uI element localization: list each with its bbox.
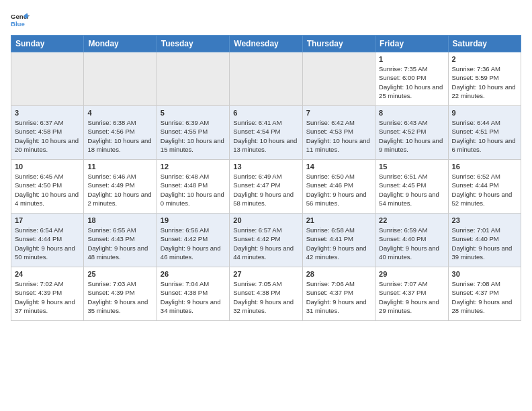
day-info: Sunrise: 6:54 AMSunset: 4:44 PMDaylight:…: [15, 226, 80, 261]
day-cell: 5Sunrise: 6:39 AMSunset: 4:55 PMDaylight…: [157, 106, 229, 160]
day-number: 30: [452, 270, 517, 278]
day-cell: 18Sunrise: 6:55 AMSunset: 4:43 PMDayligh…: [84, 214, 157, 267]
day-cell: 4Sunrise: 6:38 AMSunset: 4:56 PMDaylight…: [84, 106, 157, 160]
week-row-3: 10Sunrise: 6:45 AMSunset: 4:50 PMDayligh…: [11, 160, 521, 214]
day-number: 26: [161, 270, 226, 278]
weekday-header-thursday: Thursday: [302, 36, 375, 52]
day-number: 1: [379, 55, 444, 63]
weekday-header-tuesday: Tuesday: [157, 36, 229, 52]
day-number: 4: [87, 109, 152, 117]
day-cell: 24Sunrise: 7:02 AMSunset: 4:39 PMDayligh…: [11, 267, 84, 321]
day-cell: 3Sunrise: 6:37 AMSunset: 4:58 PMDaylight…: [11, 106, 84, 160]
day-info: Sunrise: 6:59 AMSunset: 4:40 PMDaylight:…: [379, 226, 444, 261]
day-cell: 27Sunrise: 7:05 AMSunset: 4:38 PMDayligh…: [230, 267, 302, 321]
day-info: Sunrise: 6:42 AMSunset: 4:53 PMDaylight:…: [306, 118, 371, 154]
day-cell: 9Sunrise: 6:44 AMSunset: 4:51 PMDaylight…: [448, 106, 521, 160]
day-info: Sunrise: 6:39 AMSunset: 4:55 PMDaylight:…: [161, 118, 226, 154]
day-cell: 25Sunrise: 7:03 AMSunset: 4:39 PMDayligh…: [84, 267, 157, 321]
day-number: 15: [379, 163, 444, 171]
day-cell: 6Sunrise: 6:41 AMSunset: 4:54 PMDaylight…: [230, 106, 302, 160]
day-cell: 17Sunrise: 6:54 AMSunset: 4:44 PMDayligh…: [11, 214, 84, 267]
day-info: Sunrise: 6:48 AMSunset: 4:48 PMDaylight:…: [161, 172, 226, 208]
day-number: 2: [452, 55, 517, 63]
day-cell: 22Sunrise: 6:59 AMSunset: 4:40 PMDayligh…: [375, 214, 448, 267]
week-row-4: 17Sunrise: 6:54 AMSunset: 4:44 PMDayligh…: [11, 214, 521, 267]
day-number: 18: [87, 216, 152, 224]
day-info: Sunrise: 6:50 AMSunset: 4:46 PMDaylight:…: [306, 172, 371, 208]
day-info: Sunrise: 7:35 AMSunset: 6:00 PMDaylight:…: [379, 64, 444, 100]
day-number: 23: [452, 216, 517, 224]
day-info: Sunrise: 7:03 AMSunset: 4:39 PMDaylight:…: [87, 279, 152, 315]
day-info: Sunrise: 6:44 AMSunset: 4:51 PMDaylight:…: [452, 118, 517, 154]
day-info: Sunrise: 6:41 AMSunset: 4:54 PMDaylight:…: [233, 118, 298, 154]
day-number: 27: [233, 270, 298, 278]
day-info: Sunrise: 6:43 AMSunset: 4:52 PMDaylight:…: [379, 118, 444, 154]
logo: General Blue: [11, 11, 30, 30]
day-info: Sunrise: 7:06 AMSunset: 4:37 PMDaylight:…: [306, 279, 371, 315]
day-cell: 23Sunrise: 7:01 AMSunset: 4:40 PMDayligh…: [448, 214, 521, 267]
day-number: 5: [161, 109, 226, 117]
day-number: 24: [15, 270, 80, 278]
day-info: Sunrise: 6:38 AMSunset: 4:56 PMDaylight:…: [87, 118, 152, 154]
week-row-2: 3Sunrise: 6:37 AMSunset: 4:58 PMDaylight…: [11, 106, 521, 160]
day-cell: 16Sunrise: 6:52 AMSunset: 4:44 PMDayligh…: [448, 160, 521, 214]
page-header: General Blue: [11, 11, 521, 30]
day-number: 29: [379, 270, 444, 278]
day-info: Sunrise: 7:07 AMSunset: 4:37 PMDaylight:…: [379, 279, 444, 315]
day-cell: 1Sunrise: 7:35 AMSunset: 6:00 PMDaylight…: [375, 52, 448, 106]
day-info: Sunrise: 6:57 AMSunset: 4:42 PMDaylight:…: [233, 226, 298, 261]
day-cell: 21Sunrise: 6:58 AMSunset: 4:41 PMDayligh…: [302, 214, 375, 267]
day-info: Sunrise: 7:01 AMSunset: 4:40 PMDaylight:…: [452, 226, 517, 261]
day-cell: [84, 52, 157, 106]
week-row-5: 24Sunrise: 7:02 AMSunset: 4:39 PMDayligh…: [11, 267, 521, 321]
day-number: 25: [87, 270, 152, 278]
day-info: Sunrise: 6:58 AMSunset: 4:41 PMDaylight:…: [306, 226, 371, 261]
day-cell: [302, 52, 375, 106]
day-cell: 28Sunrise: 7:06 AMSunset: 4:37 PMDayligh…: [302, 267, 375, 321]
day-info: Sunrise: 7:02 AMSunset: 4:39 PMDaylight:…: [15, 279, 80, 315]
day-number: 9: [452, 109, 517, 117]
day-number: 7: [306, 109, 371, 117]
logo-icon: General Blue: [11, 11, 30, 30]
day-number: 11: [87, 163, 152, 171]
day-cell: 15Sunrise: 6:51 AMSunset: 4:45 PMDayligh…: [375, 160, 448, 214]
day-info: Sunrise: 7:08 AMSunset: 4:37 PMDaylight:…: [452, 279, 517, 315]
day-cell: [157, 52, 229, 106]
day-info: Sunrise: 6:51 AMSunset: 4:45 PMDaylight:…: [379, 172, 444, 208]
day-number: 6: [233, 109, 298, 117]
calendar-table: SundayMondayTuesdayWednesdayThursdayFrid…: [11, 35, 521, 321]
day-number: 12: [161, 163, 226, 171]
weekday-header-wednesday: Wednesday: [230, 36, 302, 52]
day-number: 13: [233, 163, 298, 171]
weekday-header-friday: Friday: [375, 36, 448, 52]
day-number: 22: [379, 216, 444, 224]
day-info: Sunrise: 7:05 AMSunset: 4:38 PMDaylight:…: [233, 279, 298, 315]
day-cell: 20Sunrise: 6:57 AMSunset: 4:42 PMDayligh…: [230, 214, 302, 267]
day-number: 14: [306, 163, 371, 171]
day-cell: 26Sunrise: 7:04 AMSunset: 4:38 PMDayligh…: [157, 267, 229, 321]
day-cell: 12Sunrise: 6:48 AMSunset: 4:48 PMDayligh…: [157, 160, 229, 214]
weekday-header-sunday: Sunday: [11, 36, 84, 52]
day-info: Sunrise: 6:49 AMSunset: 4:47 PMDaylight:…: [233, 172, 298, 208]
week-row-1: 1Sunrise: 7:35 AMSunset: 6:00 PMDaylight…: [11, 52, 521, 106]
weekday-header-saturday: Saturday: [448, 36, 521, 52]
day-info: Sunrise: 6:52 AMSunset: 4:44 PMDaylight:…: [452, 172, 517, 208]
day-number: 16: [452, 163, 517, 171]
day-cell: 10Sunrise: 6:45 AMSunset: 4:50 PMDayligh…: [11, 160, 84, 214]
day-number: 10: [15, 163, 80, 171]
day-number: 19: [161, 216, 226, 224]
day-cell: 2Sunrise: 7:36 AMSunset: 5:59 PMDaylight…: [448, 52, 521, 106]
day-number: 20: [233, 216, 298, 224]
day-number: 21: [306, 216, 371, 224]
day-cell: 14Sunrise: 6:50 AMSunset: 4:46 PMDayligh…: [302, 160, 375, 214]
day-number: 17: [15, 216, 80, 224]
day-number: 3: [15, 109, 80, 117]
day-info: Sunrise: 6:37 AMSunset: 4:58 PMDaylight:…: [15, 118, 80, 154]
day-info: Sunrise: 6:55 AMSunset: 4:43 PMDaylight:…: [87, 226, 152, 261]
day-info: Sunrise: 6:56 AMSunset: 4:42 PMDaylight:…: [161, 226, 226, 261]
day-info: Sunrise: 6:46 AMSunset: 4:49 PMDaylight:…: [87, 172, 152, 208]
day-cell: 8Sunrise: 6:43 AMSunset: 4:52 PMDaylight…: [375, 106, 448, 160]
day-cell: [230, 52, 302, 106]
weekday-header-row: SundayMondayTuesdayWednesdayThursdayFrid…: [11, 36, 521, 52]
day-cell: [11, 52, 84, 106]
